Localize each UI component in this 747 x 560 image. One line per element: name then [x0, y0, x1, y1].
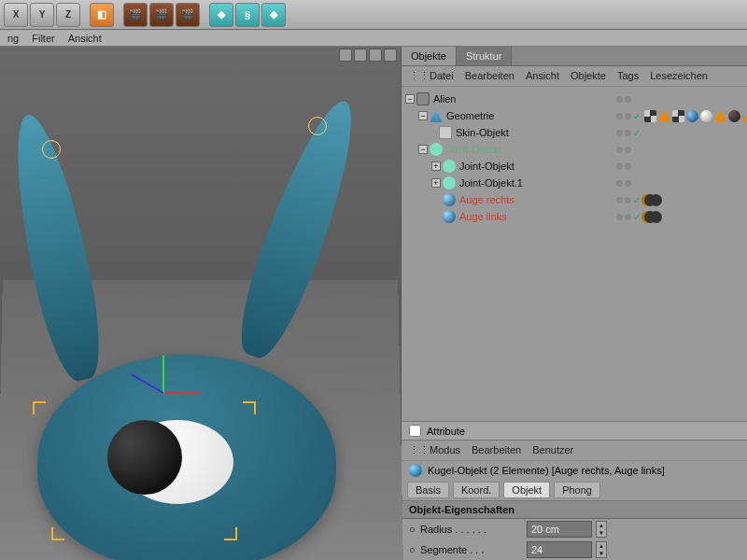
- menu-bearbeiten[interactable]: Bearbeiten: [472, 444, 521, 456]
- material-tag-icon[interactable]: [686, 110, 698, 122]
- tag-strip[interactable]: [644, 194, 656, 206]
- tree-label[interactable]: Alien: [433, 93, 456, 105]
- menu-objekte[interactable]: Objekte: [571, 70, 606, 82]
- tree-row-geometrie[interactable]: − Geometrie ✓: [402, 107, 747, 124]
- deformer-button-2[interactable]: §: [235, 3, 260, 27]
- expander-icon[interactable]: −: [418, 145, 428, 154]
- keyframe-dot[interactable]: ○: [409, 544, 416, 555]
- visibility-dots[interactable]: [616, 96, 631, 103]
- vp-move-icon[interactable]: [339, 49, 352, 62]
- chevron-down-icon[interactable]: ▼: [597, 550, 606, 557]
- keyframe-dot[interactable]: ○: [409, 524, 416, 535]
- texture-tag-icon[interactable]: [644, 211, 656, 223]
- animation-button-1[interactable]: 🎬: [123, 3, 148, 27]
- phong-tag-icon[interactable]: [714, 110, 726, 122]
- tree-row-joint1[interactable]: + Joint-Objekt: [402, 158, 747, 175]
- deformer-button-3[interactable]: ◆: [261, 3, 286, 27]
- spinner[interactable]: ▲▼: [596, 541, 607, 558]
- vp-rotate-icon[interactable]: [369, 49, 382, 62]
- menu-filter[interactable]: Filter: [32, 33, 54, 44]
- phong-tag-icon[interactable]: [658, 110, 670, 122]
- visibility-dots[interactable]: [616, 163, 631, 170]
- sphere-object-icon: [443, 210, 456, 223]
- tree-label[interactable]: Joint-Objekt.1: [459, 177, 523, 189]
- visibility-dots[interactable]: [616, 180, 631, 187]
- main-split: Objekte Struktur ⋮⋮ Datei Bearbeiten Ans…: [0, 47, 747, 560]
- tree-label[interactable]: Skin-Objekt: [456, 127, 509, 138]
- texture-tag-icon[interactable]: [644, 194, 656, 206]
- tree-label[interactable]: Joint-Objekt: [459, 161, 514, 172]
- radius-input[interactable]: 20 cm: [527, 521, 592, 538]
- segmente-input[interactable]: 24: [527, 541, 592, 558]
- axis-z-button[interactable]: Z: [56, 3, 80, 27]
- tree-label[interactable]: Geometrie: [446, 110, 494, 121]
- viewport-nav-icons: [339, 49, 397, 62]
- visibility-dots[interactable]: ✓: [616, 195, 641, 205]
- tree-label[interactable]: Auge rechts: [459, 194, 514, 205]
- menu-lesezeichen[interactable]: Lesezeichen: [650, 70, 708, 82]
- visibility-dots[interactable]: ✓: [616, 111, 641, 121]
- 3d-viewport[interactable]: [0, 47, 402, 560]
- attribute-lock-checkbox[interactable]: [409, 425, 421, 437]
- tag-strip[interactable]: [644, 211, 656, 223]
- visibility-dots[interactable]: ✓: [616, 212, 641, 222]
- tab-phong[interactable]: Phong: [554, 482, 600, 498]
- clapboard-icon: 🎬: [129, 8, 142, 21]
- axis-x[interactable]: [163, 392, 201, 394]
- spinner[interactable]: ▲▼: [596, 521, 607, 538]
- visibility-dots[interactable]: [616, 147, 631, 153]
- menu-tags[interactable]: Tags: [617, 70, 639, 82]
- attribute-tabs: Basis Koord. Objekt Phong: [402, 480, 747, 500]
- vp-layout-icon[interactable]: [384, 49, 397, 62]
- menu-datei[interactable]: Datei: [430, 70, 454, 82]
- menu-dots-icon[interactable]: ⋮⋮: [409, 70, 418, 82]
- menu-bearbeiten[interactable]: Bearbeiten: [465, 70, 514, 82]
- menu-ansicht[interactable]: Ansicht: [526, 70, 559, 82]
- phong-tag-icon[interactable]: [742, 110, 747, 122]
- tree-row-skin[interactable]: Skin-Objekt ✓: [402, 124, 747, 141]
- animation-button-3[interactable]: 🎬: [176, 3, 200, 27]
- chevron-down-icon[interactable]: ▼: [597, 529, 606, 537]
- tree-label[interactable]: Joint-Objekt: [446, 144, 501, 155]
- animation-button-2[interactable]: 🎬: [149, 3, 174, 27]
- menu-benutzer[interactable]: Benutzer: [532, 444, 573, 456]
- alien-eye-pupil: [107, 420, 182, 495]
- tree-row-joint-root[interactable]: − Joint-Objekt: [402, 141, 747, 158]
- tree-label[interactable]: Auge links: [459, 211, 507, 222]
- tab-koord[interactable]: Koord.: [453, 482, 500, 498]
- menu-trunc[interactable]: ng: [7, 33, 19, 44]
- tab-objekt[interactable]: Objekt: [503, 482, 550, 498]
- deformer-button-1[interactable]: ◆: [209, 3, 233, 27]
- cube-primitive-button[interactable]: ◧: [90, 3, 114, 27]
- tree-empty-area[interactable]: [402, 229, 747, 421]
- expander-icon[interactable]: +: [431, 161, 441, 171]
- menu-ansicht[interactable]: Ansicht: [68, 33, 102, 44]
- clapboard-icon: 🎬: [155, 8, 168, 21]
- chevron-up-icon[interactable]: ▲: [597, 542, 606, 550]
- expander-icon[interactable]: −: [405, 94, 415, 104]
- panel-tabs: Objekte Struktur: [402, 47, 747, 66]
- cube-icon: ◧: [97, 8, 106, 21]
- chevron-up-icon[interactable]: ▲: [597, 522, 606, 529]
- tree-row-joint2[interactable]: + Joint-Objekt.1: [402, 175, 747, 191]
- expander-icon[interactable]: −: [418, 111, 428, 120]
- axis-y-button[interactable]: Y: [30, 3, 54, 27]
- tab-basis[interactable]: Basis: [407, 482, 449, 498]
- axis-x-button[interactable]: X: [4, 3, 28, 27]
- material-tag-icon[interactable]: [700, 110, 712, 122]
- menu-dots-icon[interactable]: ⋮⋮: [409, 444, 418, 456]
- tree-row-alien[interactable]: − Alien: [402, 91, 747, 107]
- tab-objekte[interactable]: Objekte: [402, 47, 457, 65]
- tag-strip[interactable]: [644, 110, 747, 122]
- material-tag-icon[interactable]: [728, 110, 740, 122]
- uvw-tag-icon[interactable]: [644, 110, 656, 122]
- visibility-dots[interactable]: ✓: [616, 128, 641, 138]
- tree-row-auge-rechts[interactable]: Auge rechts ✓: [402, 191, 747, 208]
- axis-y[interactable]: [162, 356, 164, 393]
- expander-icon[interactable]: +: [431, 178, 441, 188]
- tree-row-auge-links[interactable]: Auge links ✓: [402, 208, 747, 225]
- tab-struktur[interactable]: Struktur: [457, 47, 513, 65]
- menu-modus[interactable]: Modus: [430, 444, 460, 456]
- uvw-tag-icon[interactable]: [672, 110, 684, 122]
- vp-zoom-icon[interactable]: [354, 49, 367, 62]
